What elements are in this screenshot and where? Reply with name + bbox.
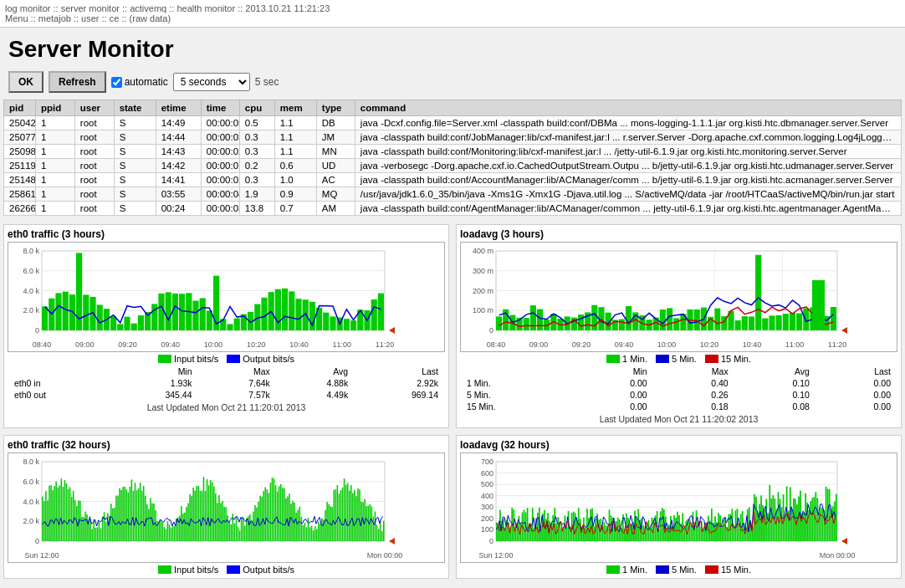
cell-command: java -classpath build:conf/JobManager:li… [355,130,901,145]
legend-1min-32h-color [606,565,620,574]
legend-5min-label: 5 Min. [672,354,697,364]
refresh-button[interactable]: Refresh [49,71,106,93]
cell-cpu: 0.3 [239,130,274,145]
cell-cpu: 0.3 [239,145,274,159]
top-nav: log monitor :: server monitor :: activem… [0,0,905,28]
chart-loadavg-32h-title: loadavg (32 hours) [460,439,897,451]
cell-etime: 14:44 [156,130,201,145]
table-row: 251191rootS14:4200:00:010.20.6UDjava -ve… [4,159,902,173]
cell-type: AM [316,202,355,216]
cell-etime: 03:55 [156,187,201,202]
automatic-checkbox[interactable] [111,77,122,88]
cell-etime: 14:42 [156,159,201,173]
stats-header-load: MinMaxAvgLast [460,366,897,377]
cell-mem: 0.9 [274,187,316,202]
cell-state: S [114,130,156,145]
cell-state: S [114,202,156,216]
legend-15min-label: 15 Min. [721,354,751,364]
cell-ppid: 1 [35,145,74,159]
table-header: pidppiduserstateetimetimecpumemtypecomma… [4,100,902,116]
table-header-time: time [201,100,239,116]
cell-mem: 1.1 [274,145,316,159]
cell-pid: 25077 [4,130,36,145]
cell-etime: 00:24 [156,202,201,216]
legend-output-color [227,355,240,363]
process-table-container: pidppiduserstateetimetimecpumemtypecomma… [0,100,905,216]
cell-command: java -classpath build:conf/AgentManager:… [355,202,901,216]
legend-output-label: Output bits/s [243,354,294,364]
cell-time: 00:00:03 [201,202,239,216]
cell-cpu: 0.2 [239,159,274,173]
cell-user: root [74,130,114,145]
cell-type: UD [316,159,355,173]
cell-state: S [114,173,156,187]
chart-eth0-32h: eth0 traffic (32 hours) Input bits/s Out… [3,435,449,579]
table-header-ppid: ppid [35,100,74,116]
cell-time: 00:00:04 [201,187,239,202]
sec-label: 5 sec [255,76,279,88]
chart-loadavg-3h-title: loadavg (3 hours) [460,228,897,240]
cell-command: java -Dcxf.config.file=Server.xml -class… [355,116,901,130]
legend-15min: 15 Min. [705,354,751,364]
chart-loadavg-3h-legend: 1 Min. 5 Min. 15 Min. [460,354,897,364]
chart-eth0-3h-updated: Last Updated Mon Oct 21 11:20:01 2013 [8,402,445,412]
cell-user: root [74,187,114,202]
chart-eth0-3h-area [8,242,445,352]
cell-user: root [74,116,114,130]
menu-nav[interactable]: Menu :: metajob :: user :: ce :: (raw da… [5,13,900,23]
table-header-command: command [355,100,901,116]
cell-command: java -classpath build:conf/Monitoring:li… [355,145,901,159]
table-header-mem: mem [274,100,316,116]
process-table: pidppiduserstateetimetimecpumemtypecomma… [3,100,902,216]
cell-command: java -classpath build:conf/AccountManage… [355,173,901,187]
cell-user: root [74,173,114,187]
cell-mem: 1.0 [274,173,316,187]
ok-button[interactable]: OK [8,71,43,93]
chart-eth0-32h-title: eth0 traffic (32 hours) [8,439,445,451]
cell-command: java -verbosegc -Dorg.apache.cxf.io.Cach… [355,159,901,173]
table-header-type: type [316,100,355,116]
chart-loadavg-3h: loadavg (3 hours) 1 Min. 5 Min. 15 Min. … [456,224,902,428]
chart-loadavg-3h-area [460,242,897,352]
page-title: Server Monitor [0,28,905,68]
cell-cpu: 13.8 [239,202,274,216]
chart-eth0-3h-legend: Input bits/s Output bits/s [8,354,445,364]
legend-input-32h-color [158,565,171,574]
cell-state: S [114,116,156,130]
cell-mem: 0.7 [274,202,316,216]
chart-eth0-3h-stats: MinMaxAvgLast eth0 in1.93k7.64k4.88k2.92… [8,366,445,401]
table-body: 250421rootS14:4900:00:050.51.1DBjava -Dc… [4,116,902,216]
cell-cpu: 0.5 [239,116,274,130]
legend-5min-32h: 5 Min. [656,565,697,575]
legend-input-label: Input bits/s [174,354,218,364]
cell-pid: 26266 [4,202,36,216]
legend-15min-32h: 15 Min. [705,565,751,575]
cell-ppid: 1 [35,187,74,202]
table-row: 251481rootS14:4100:00:020.31.0ACjava -cl… [4,173,902,187]
legend-input: Input bits/s [158,354,218,364]
legend-5min-32h-color [656,565,669,574]
cell-type: JM [316,130,355,145]
cell-state: S [114,145,156,159]
interval-select[interactable]: 5 seconds10 seconds30 seconds60 seconds [173,73,250,91]
cell-type: DB [316,116,355,130]
legend-output-32h-label: Output bits/s [243,565,294,575]
cell-mem: 1.1 [274,130,316,145]
chart-eth0-32h-legend: Input bits/s Output bits/s [8,565,445,575]
automatic-label[interactable]: automatic [111,76,168,88]
table-header-user: user [74,100,114,116]
table-row: 258611rootS03:5500:00:041.90.9MQ/usr/jav… [4,187,902,202]
cell-state: S [114,187,156,202]
table-header-pid: pid [4,100,36,116]
table-header-cpu: cpu [239,100,274,116]
legend-input-color [158,355,171,363]
cell-pid: 25148 [4,173,36,187]
toolbar: OK Refresh automatic 5 seconds10 seconds… [0,68,905,100]
cell-time: 00:00:01 [201,159,239,173]
cell-cpu: 1.9 [239,187,274,202]
legend-1min-label: 1 Min. [622,354,647,364]
chart-eth0-3h: eth0 traffic (3 hours) Input bits/s Outp… [3,224,449,428]
cell-ppid: 1 [35,159,74,173]
chart-loadavg-3h-stats: MinMaxAvgLast 1 Min.0.000.400.100.00 5 M… [460,366,897,412]
cell-pid: 25042 [4,116,36,130]
